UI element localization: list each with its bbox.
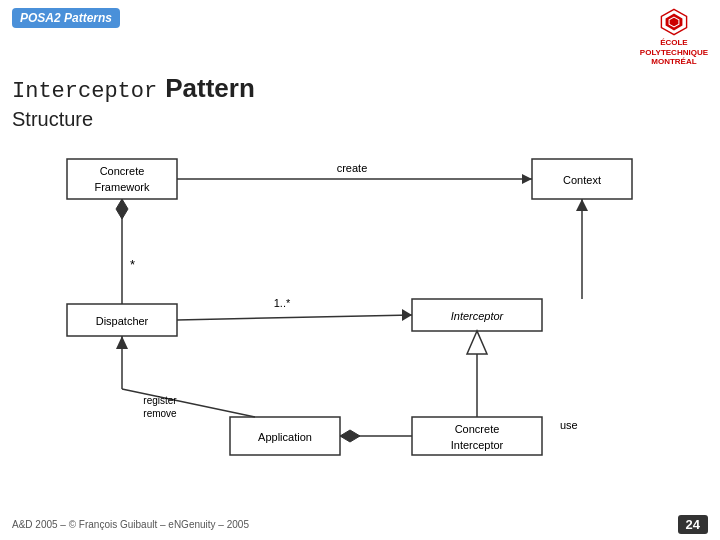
ci-label2: Interceptor: [451, 439, 504, 451]
logo-line3: MONTRÉAL: [651, 57, 696, 67]
cf-label1: Concrete: [100, 165, 145, 177]
register-label1: register: [143, 395, 177, 406]
multiplicity-label: 1..*: [274, 297, 291, 309]
diagram: Concrete Framework Context Dispatcher In…: [12, 139, 708, 499]
create-label: create: [337, 162, 368, 174]
interceptor-label: Interceptor: [451, 310, 505, 322]
use-label: use: [560, 419, 578, 431]
ci-label1: Concrete: [455, 423, 500, 435]
application-label: Application: [258, 431, 312, 443]
create-arrow: [522, 174, 532, 184]
title-interceptor: Interceptor: [12, 79, 157, 104]
logo-area: ÉCOLE POLYTECHNIQUE MONTRÉAL: [640, 8, 708, 67]
register-label2: remove: [143, 408, 177, 419]
posa2-badge: POSA2 Patterns: [12, 8, 120, 28]
page-number: 24: [678, 515, 708, 534]
app-disp-arrow: [116, 336, 128, 349]
diagram-svg: Concrete Framework Context Dispatcher In…: [12, 139, 708, 499]
header: POSA2 Patterns ÉCOLE POLYTECHNIQUE MONTR…: [0, 0, 720, 67]
ci-inheritance-triangle: [467, 331, 487, 354]
star-label: *: [130, 257, 135, 272]
title-pattern: Pattern: [165, 73, 255, 104]
app-dispatcher-line2: [122, 389, 255, 417]
dispatcher-label: Dispatcher: [96, 315, 149, 327]
dispatcher-interceptor-line: [177, 315, 412, 320]
cf-label2: Framework: [94, 181, 150, 193]
footer: A&D 2005 – © François Guibault – eNGenui…: [0, 515, 720, 534]
di-arrow: [402, 309, 412, 321]
logo-line2: POLYTECHNIQUE: [640, 48, 708, 58]
composition-diamond: [116, 199, 128, 219]
structure-label: Structure: [0, 106, 720, 139]
context-label: Context: [563, 174, 601, 186]
footer-copyright: A&D 2005 – © François Guibault – eNGenui…: [12, 519, 249, 530]
svg-marker-1: [666, 14, 683, 31]
context-arrow: [576, 199, 588, 211]
logo-icon: [660, 8, 688, 36]
app-ci-diamond: [340, 430, 360, 442]
title-row: Interceptor Pattern: [0, 67, 720, 106]
logo-line1: ÉCOLE: [660, 38, 688, 48]
